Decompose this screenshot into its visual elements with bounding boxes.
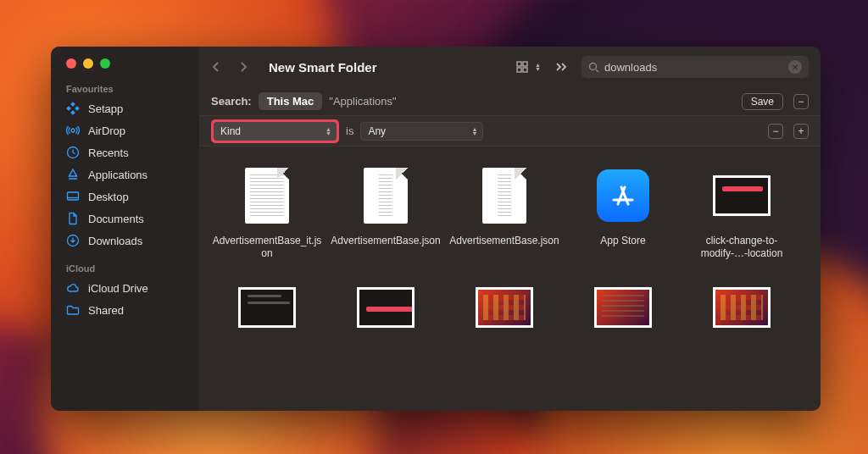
close-window-button[interactable] — [66, 58, 76, 69]
svg-rect-8 — [517, 62, 521, 66]
sidebar-section-favourites: Favourites — [51, 80, 199, 97]
svg-rect-2 — [75, 106, 80, 111]
file-icon — [713, 275, 771, 340]
svg-rect-6 — [68, 192, 79, 200]
zoom-window-button[interactable] — [100, 58, 110, 69]
chevron-updown-icon: ▲▼ — [326, 127, 331, 136]
forward-button[interactable] — [238, 60, 257, 74]
sidebar-item-shared[interactable]: Shared — [51, 299, 199, 321]
sidebar-item-label: Setapp — [88, 102, 123, 115]
setapp-icon — [66, 102, 80, 115]
scope-applications[interactable]: "Applications" — [329, 95, 396, 108]
cloud-icon — [66, 281, 80, 295]
sidebar-item-label: iCloud Drive — [88, 282, 148, 295]
download-icon — [66, 234, 80, 247]
sidebar-section-icloud: iCloud — [51, 260, 199, 277]
sidebar-item-recents[interactable]: Recents — [51, 141, 199, 163]
file-item[interactable] — [682, 275, 801, 346]
svg-rect-3 — [70, 110, 75, 115]
results-area[interactable]: AdvertisementBase_it.jsonAdvertisementBa… — [199, 147, 821, 411]
rule-value-dropdown[interactable]: Any ▲▼ — [360, 122, 483, 141]
save-search-button[interactable]: Save — [742, 93, 783, 110]
remove-rule-button[interactable]: − — [768, 124, 783, 139]
remove-scope-button[interactable]: − — [793, 94, 809, 109]
sidebar-item-label: AirDrop — [88, 125, 125, 137]
finder-window: Favourites Setapp AirDrop Recents Applic… — [51, 47, 821, 411]
more-tools-button[interactable] — [554, 62, 568, 72]
file-item[interactable]: App Store — [564, 163, 682, 260]
file-icon — [238, 163, 296, 228]
file-item[interactable] — [208, 275, 326, 346]
chevron-updown-icon: ▲▼ — [535, 63, 541, 71]
file-item[interactable] — [326, 275, 445, 346]
minimize-window-button[interactable] — [83, 58, 93, 69]
sidebar-item-documents[interactable]: Documents — [51, 208, 199, 230]
sidebar-item-label: Downloads — [88, 235, 142, 247]
file-name-label: AdvertisementBase.json — [446, 235, 562, 247]
search-label: Search: — [211, 95, 252, 108]
file-item[interactable]: AdvertisementBase.json — [445, 163, 564, 260]
view-options-button[interactable]: ▲▼ — [516, 61, 541, 73]
file-icon — [357, 275, 415, 340]
svg-point-4 — [71, 129, 75, 132]
svg-rect-0 — [70, 102, 75, 107]
main-pane: New Smart Folder ▲▼ ✕ Search: This Mac "… — [199, 47, 821, 411]
svg-rect-1 — [66, 106, 71, 111]
svg-rect-10 — [517, 68, 521, 72]
sidebar-item-downloads[interactable]: Downloads — [51, 230, 199, 252]
sidebar-item-label: Shared — [88, 304, 124, 317]
search-icon — [588, 62, 599, 73]
rule-value-label: Any — [368, 125, 386, 137]
sidebar-item-desktop[interactable]: Desktop — [51, 185, 199, 208]
window-title: New Smart Folder — [269, 60, 377, 75]
sidebar-item-label: Desktop — [88, 191, 129, 203]
search-input[interactable] — [604, 61, 783, 74]
file-name-label: AdvertisementBase.json — [327, 235, 443, 247]
svg-point-12 — [590, 63, 597, 69]
file-item[interactable] — [564, 275, 682, 346]
document-icon — [66, 212, 80, 225]
add-rule-button[interactable]: + — [793, 124, 809, 139]
back-button[interactable] — [211, 60, 230, 74]
sidebar-item-label: Documents — [88, 213, 144, 225]
svg-rect-9 — [523, 62, 527, 66]
file-name-label: App Store — [597, 235, 648, 247]
file-icon — [713, 163, 771, 228]
file-item[interactable]: AdvertisementBase.json — [326, 163, 445, 260]
toolbar: New Smart Folder ▲▼ ✕ — [199, 47, 821, 87]
sidebar: Favourites Setapp AirDrop Recents Applic… — [51, 47, 199, 411]
file-name-label: click-change-to-modify-…-location — [682, 235, 801, 260]
sidebar-item-setapp[interactable]: Setapp — [51, 97, 199, 119]
scope-this-mac[interactable]: This Mac — [259, 92, 323, 110]
file-icon — [357, 163, 415, 228]
search-rule-bar: Kind ▲▼ is Any ▲▼ − + — [199, 116, 821, 147]
rule-highlight: Kind ▲▼ — [211, 119, 339, 143]
file-icon — [476, 275, 533, 340]
file-icon — [476, 163, 533, 228]
clear-search-button[interactable]: ✕ — [788, 60, 802, 74]
sidebar-item-applications[interactable]: Applications — [51, 163, 199, 185]
file-name-label: AdvertisementBase_it.json — [208, 235, 326, 260]
file-item[interactable] — [445, 275, 564, 346]
file-icon — [238, 275, 296, 340]
desktop-icon — [66, 190, 80, 203]
scope-bar: Search: This Mac "Applications" Save − — [199, 87, 821, 116]
search-field[interactable]: ✕ — [581, 56, 809, 78]
shared-folder-icon — [66, 303, 80, 317]
chevron-updown-icon: ▲▼ — [471, 127, 477, 136]
svg-rect-11 — [523, 68, 527, 72]
sidebar-item-label: Applications — [88, 169, 147, 181]
sidebar-item-label: Recents — [88, 147, 129, 159]
file-icon — [594, 163, 652, 228]
file-item[interactable]: click-change-to-modify-…-location — [682, 163, 801, 260]
rule-operator-label: is — [346, 125, 353, 137]
sidebar-item-airdrop[interactable]: AirDrop — [51, 119, 199, 141]
window-controls — [51, 58, 199, 80]
file-item[interactable]: AdvertisementBase_it.json — [208, 163, 326, 260]
clock-icon — [66, 146, 80, 159]
sidebar-item-icloud-drive[interactable]: iCloud Drive — [51, 277, 199, 299]
airdrop-icon — [66, 124, 80, 137]
rule-attribute-dropdown[interactable]: Kind ▲▼ — [214, 122, 337, 141]
rule-attribute-label: Kind — [220, 125, 241, 137]
file-icon — [594, 275, 652, 340]
